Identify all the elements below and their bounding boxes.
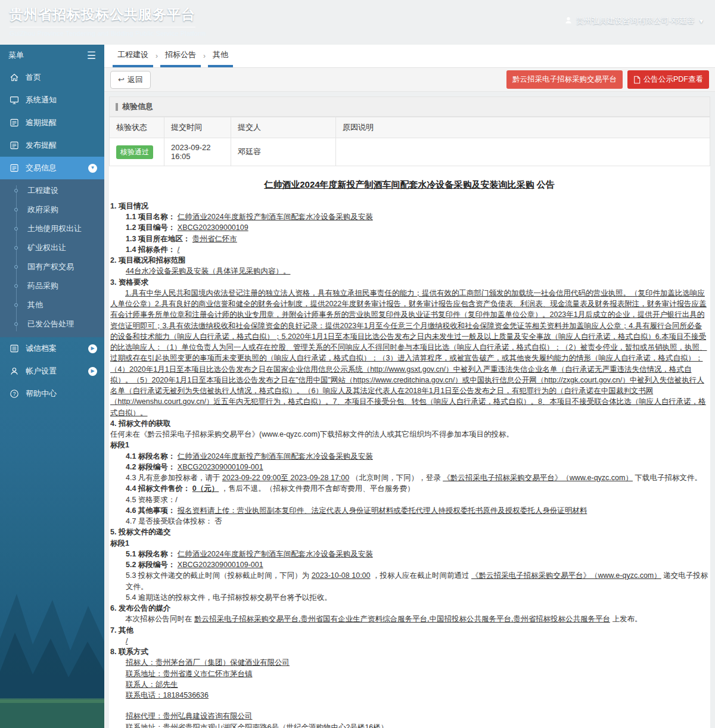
sidebar-item-publish-reminder[interactable]: 发布提醒 [0, 134, 104, 157]
doc-line: 本次招标公告同时在 黔云招采电子招标采购交易平台,贵州省国有企业生产资料综合服务… [110, 614, 708, 624]
sidebar-item-help-center[interactable]: ? 帮助中心 [0, 382, 104, 405]
hamburger-icon[interactable]: ☰ [87, 49, 96, 62]
breadcrumb-item-engineering[interactable]: 工程建设 [113, 45, 153, 67]
submenu-label: 其他 [27, 300, 43, 310]
sidebar-item-label: 逾期提醒 [26, 117, 57, 128]
doc-line: 4.6 其他事项： 报名资料请上传：营业执照副本复印件、法定代表人身份证明材料或… [126, 505, 708, 516]
chevron-down-icon: ▼ [698, 18, 704, 24]
sidebar-item-label: 帐户设置 [26, 366, 57, 377]
user-icon [564, 16, 573, 26]
menu-header: 菜单 ☰ [0, 45, 104, 66]
doc-line: 联系地址：贵州省贵阳市观山湖区金阳南路6号（世纪金源购物中心2号楼16楼） [126, 722, 708, 728]
submenu-item-engineering[interactable]: 工程建设 [0, 181, 104, 200]
doc-line: 4.1 标段名称： 仁帅酒业2024年度新投产制酒车间配套水冷设备采购及安装 [126, 451, 708, 462]
dot-icon [14, 284, 18, 288]
undo-icon: ↩ [118, 75, 125, 84]
doc-heading: 标段1 [110, 440, 708, 450]
doc-line: / [126, 636, 708, 646]
chevron-down-circle-icon: ▼ [88, 164, 97, 173]
doc-line: 4.2 标段编号： XBCG202309000109-001 [126, 462, 708, 472]
submenu-item-land-use[interactable]: 土地使用权出让 [0, 219, 104, 238]
breadcrumb-item-tender-notice[interactable]: 招标公告 [160, 45, 201, 67]
submenu-item-gov-procurement[interactable]: 政府采购 [0, 200, 104, 219]
submenu-item-drug-procurement[interactable]: 药品采购 [0, 276, 104, 295]
sidebar-item-label: 诚信档案 [26, 343, 57, 354]
menu-label: 菜单 [8, 50, 24, 61]
sidebar-item-label: 首页 [26, 72, 41, 83]
doc-heading: 8. 联系方式 [110, 646, 708, 657]
sidebar-item-account-settings[interactable]: 帐户设置 ▶ [0, 360, 104, 382]
status-badge: 核验通过 [116, 145, 153, 159]
document-icon [9, 141, 19, 151]
notice-document: 仁帅酒业2024年度新投产制酒车间配套水冷设备采购及安装询比采购 公告 1. 项… [109, 166, 710, 728]
dot-icon [14, 265, 18, 269]
pdf-file-icon [633, 76, 641, 84]
doc-line: 任何未在《黔云招采电子招标采购交易平台》(www.e-qyzc.com)下载招标… [110, 429, 708, 440]
platform-button[interactable]: 黔云招采电子招标采购交易平台 [506, 70, 623, 89]
doc-line: 5.2 标段编号： XBCG202309000109-001 [126, 559, 708, 570]
doc-line: 44台水冷设备采购及安装（具体详见采购内容）。 [126, 266, 708, 276]
col-header-submitter: 提交人 [231, 117, 336, 138]
submenu-item-mining-rights[interactable]: 矿业权出让 [0, 238, 104, 257]
doc-line: 1.3 项目所在地区： 贵州省仁怀市 [126, 234, 708, 244]
toolbar: ↩ 返回 黔云招采电子招标采购交易平台 公告公示PDF查看 [104, 68, 715, 92]
chevron-right-circle-icon: ▶ [88, 344, 97, 353]
sidebar-item-home[interactable]: 首页 [0, 66, 104, 89]
svg-text:?: ? [13, 391, 15, 397]
sidebar-item-notifications[interactable]: 系统通知 [0, 89, 104, 111]
sidebar-item-label: 发布提醒 [26, 140, 57, 151]
doc-line: 1.4 招标条件： / [126, 244, 708, 255]
header: 贵州省招标投标公共服务平台 GuiZhou Province Tendering… [0, 0, 715, 45]
doc-line: 4.3 凡有意参加投标者，请于 2023-09-22 09:00至 2023-0… [126, 472, 708, 483]
breadcrumb-item-other[interactable]: 其他 [208, 45, 233, 67]
verification-section-header: 核验信息 [109, 97, 710, 117]
pdf-view-label: 公告公示PDF查看 [644, 74, 703, 85]
submenu-item-published-notices[interactable]: 已发公告处理 [0, 315, 104, 334]
dot-icon [14, 303, 18, 307]
submenu-label: 土地使用权出让 [27, 223, 82, 234]
sidebar: 菜单 ☰ 首页 系统通知 [0, 45, 104, 728]
doc-heading: 7. 其他 [110, 625, 708, 636]
doc-line: 招标人：贵州茅台酒厂（集团）保健酒业有限公司 [126, 657, 708, 668]
sidebar-item-transaction-info[interactable]: 交易信息 ▼ [0, 157, 104, 179]
back-button[interactable]: ↩ 返回 [110, 71, 151, 89]
sidebar-item-credit-archive[interactable]: 诚信档案 ▶ [0, 337, 104, 360]
doc-line: 联系地址：贵州省遵义市仁怀市茅台镇 [126, 668, 708, 679]
dot-icon [14, 208, 18, 211]
doc-line: 4.4 招标文件售价： 0（元） ，售后不退。（招标文件费用不含邮寄费用、平台服… [126, 483, 708, 494]
document-icon [9, 118, 19, 128]
user-icon [9, 366, 19, 377]
user-menu[interactable]: 贵州弘典建设咨询有限公司-邓廷容 ▼ [564, 15, 704, 26]
notice-panel: 核验信息 核验状态 提交时间 提交人 原因说明 核验通过 2023-09-22 … [109, 97, 710, 728]
submenu-item-state-property[interactable]: 国有产权交易 [0, 257, 104, 276]
sidebar-item-overdue-reminder[interactable]: 逾期提醒 [0, 111, 104, 134]
pdf-view-button[interactable]: 公告公示PDF查看 [627, 70, 709, 89]
doc-line: 联系人：邰先生 [126, 679, 708, 690]
doc-line: 4.7 是否接受联合体投标： 否 [126, 516, 708, 527]
doc-line: 5.1 标段名称： 仁帅酒业2024年度新投产制酒车间配套水冷设备采购及安装 [126, 549, 708, 559]
doc-heading: 标段1 [110, 538, 708, 549]
doc-line: 1.具有中华人民共和国境内依法登记注册的独立法人资格，具有独立承担民事责任的能力… [110, 288, 708, 418]
doc-heading: 5. 投标文件的递交 [110, 527, 708, 537]
doc-heading: 4. 招标文件的获取 [110, 418, 708, 429]
sidebar-item-label: 系统通知 [26, 95, 57, 105]
dot-icon [14, 189, 18, 192]
doc-line: 招标代理：贵州弘典建设咨询有限公司 [126, 711, 708, 721]
submenu-label: 国有产权交易 [27, 262, 74, 272]
site-title: 贵州省招标投标公共服务平台 [10, 5, 195, 27]
submenu-label: 已发公告处理 [27, 319, 74, 329]
submenu-item-other[interactable]: 其他 [0, 295, 104, 315]
doc-line: 5.3 投标文件递交的截止时间（投标截止时间，下同）为 2023-10-08 1… [126, 570, 708, 592]
cell-reason [336, 138, 710, 166]
document-icon [9, 163, 19, 173]
submenu-label: 政府采购 [27, 204, 58, 215]
page: 贵州省招标投标公共服务平台 GuiZhou Province Tendering… [0, 0, 715, 728]
transaction-submenu: 工程建设 政府采购 土地使用权出让 矿业权出让 国有产权交易 药品采购 其他 已… [0, 179, 104, 337]
doc-heading: 2. 项目概况和招标范围 [110, 255, 708, 266]
site-subtitle: GuiZhou Province Tendering and Bidding P… [10, 30, 206, 37]
content-area: 核验信息 核验状态 提交时间 提交人 原因说明 核验通过 2023-09-22 … [104, 92, 715, 728]
user-name: 贵州弘典建设咨询有限公司-邓廷容 [576, 15, 695, 26]
home-icon [9, 73, 19, 83]
dot-icon [14, 246, 18, 250]
submenu-label: 工程建设 [27, 185, 58, 196]
